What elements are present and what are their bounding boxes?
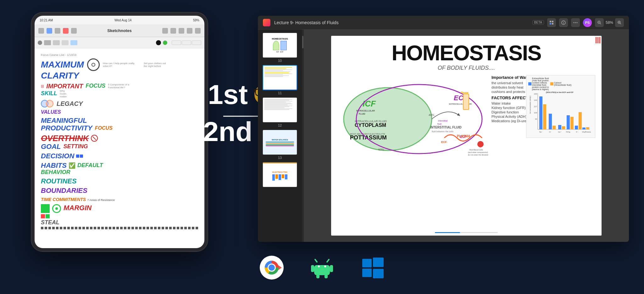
grid-icon[interactable] [47, 28, 52, 34]
scrollbar-thumb[interactable] [302, 36, 303, 48]
word-setting: SETTING [64, 144, 88, 150]
svg-text:Ca²⁺: Ca²⁺ [558, 131, 561, 133]
word-behavior: BEHAVIOR [41, 169, 70, 175]
svg-line-80 [327, 259, 329, 262]
thumb-page-12[interactable]: 12 [260, 97, 299, 127]
svg-rect-57 [567, 115, 570, 129]
tool-highlighter[interactable] [70, 40, 77, 45]
svg-point-8 [573, 22, 574, 23]
sketch-section-7: DECISION [41, 152, 198, 160]
magnify-icon [87, 58, 100, 71]
svg-line-12 [600, 23, 601, 24]
svg-rect-60 [579, 112, 582, 129]
tool-marker[interactable] [53, 40, 60, 45]
legend-cytosol: Cytosol(Intracellular fluid) [550, 77, 572, 90]
user-avatar: PS [583, 18, 592, 27]
svg-text:ICF: ICF [363, 99, 376, 108]
sketch-section-1: MAXIMUM How can I help people really sol… [41, 58, 198, 81]
svg-rect-32 [463, 94, 469, 110]
squares-icon [76, 155, 83, 158]
thumb-content-12 [263, 98, 297, 122]
ipad-toolbar: Sketchnotes [35, 24, 204, 37]
tool-dot-1[interactable] [38, 41, 42, 45]
svg-rect-53 [549, 114, 552, 129]
close-icon[interactable] [187, 28, 192, 34]
svg-text:fluid between the cells: fluid between the cells [432, 130, 453, 133]
svg-text:140: 140 [534, 99, 537, 101]
sketch-section-10: BOUNDARIES [41, 187, 198, 194]
word-time: TIME COMMITMENTS [41, 197, 86, 202]
svg-text:40%: 40% [429, 113, 434, 117]
zoom-out-btn[interactable] [595, 18, 604, 27]
search-icon[interactable] [55, 28, 60, 34]
sidebar-scrollbar[interactable] [302, 30, 304, 242]
venn-diagram [41, 100, 53, 107]
bottom-platform-icons [259, 255, 385, 281]
tool-eraser[interactable] [62, 40, 69, 45]
ipad-mockup: 10:21 AM Wed Aug 14 59% Sketchnotes [31, 13, 208, 251]
pdf-viewer: Lecture 9- Homeostasis of Fluids BETA i [258, 16, 629, 242]
share-icon[interactable] [71, 28, 77, 34]
svg-text:60%: 60% [378, 148, 384, 151]
page-progress-bar [435, 232, 498, 233]
add-icon[interactable] [179, 28, 184, 34]
diagram-area: ICF INTRACELLULAR FLUID INTRACELLULAR FL… [337, 75, 595, 157]
color-green[interactable] [163, 41, 167, 45]
bar-chart-svg: 160 140 117 100 30 [528, 92, 591, 136]
ipad-date: Wed Aug 14 [114, 19, 131, 22]
content-date: Focus Course Live - 1/13/19 [41, 53, 198, 57]
sketch-note-1: How can I help people really solve it? [103, 62, 141, 68]
word-default: DEFAULT [77, 162, 103, 169]
thumb-page-11[interactable]: 11 [260, 65, 299, 95]
svg-rect-5 [552, 23, 553, 24]
svg-rect-4 [550, 23, 551, 24]
pdf-title: Lecture 9- Homeostasis of Fluids [274, 20, 529, 25]
bottom-bars [41, 227, 198, 229]
svg-rect-51 [539, 96, 542, 129]
thumb-page-10[interactable]: HOMEOSTASIS ICF ECF 10 [260, 33, 299, 63]
more-icon[interactable] [195, 28, 201, 34]
size-controls[interactable] [172, 41, 201, 45]
svg-text:[SOLUTES] in the ECF and ICF: [SOLUTES] in the ECF and ICF [546, 92, 574, 93]
pdf-page: HOMEOSTASIS OF BODILY FLUIDS.... ICF INT… [331, 36, 602, 236]
thumb-img-11 [263, 65, 297, 90]
svg-text:do not enter the bloodstream: do not enter the bloodstream [468, 154, 488, 156]
svg-text:Ion concentration (mEq/L): Ion concentration (mEq/L) [529, 95, 531, 114]
word-habits: HABITS [41, 162, 67, 169]
svg-text:Plasma: Plasma [461, 91, 469, 94]
word-overthink: OVERTHINK [41, 134, 89, 143]
bookmark-icon[interactable] [63, 28, 69, 34]
grid-view-btn[interactable] [547, 18, 556, 27]
svg-rect-86 [330, 265, 333, 272]
sketch-section-4: VALUES [41, 109, 198, 115]
thumb-page-14[interactable]: ELECTROLYTES [260, 162, 299, 187]
no-icon [91, 135, 98, 142]
svg-point-82 [324, 265, 326, 267]
svg-rect-61 [582, 128, 586, 129]
back-icon[interactable] [38, 28, 44, 34]
tool-pen[interactable] [44, 40, 51, 45]
svg-rect-89 [362, 269, 372, 277]
page-subtitle: OF BODILY FLUIDS.... [337, 65, 595, 71]
thumb-page-13[interactable]: WATER BALANCE 13 [260, 130, 299, 160]
legend-ecf: Extracellular fluid(note that proteincon… [528, 77, 549, 90]
word-7: 7 Areas of Resistance [87, 199, 115, 202]
color-black[interactable] [156, 40, 161, 45]
sketch-note-3: WhyGoalsmatter [60, 90, 67, 98]
thumbnail-sidebar[interactable]: HOMEOSTASIS ICF ECF 10 [258, 30, 302, 242]
word-goal-setting: GOAL [41, 143, 61, 150]
redo-icon[interactable] [170, 28, 176, 34]
svg-text:INTERSTITIAL FLUID: INTERSTITIAL FLUID [430, 126, 462, 129]
thumb-img-14: ELECTROLYTES [263, 162, 297, 187]
svg-text:160: 160 [534, 93, 537, 95]
info-btn[interactable]: i [559, 18, 568, 27]
undo-icon[interactable] [162, 28, 168, 34]
svg-rect-2 [550, 21, 551, 22]
chart-legend: Extracellular fluid(note that proteincon… [528, 77, 593, 90]
page-num-10: 10 [278, 59, 282, 63]
sketch-note-2: Set your clothes outthe night before [144, 62, 166, 68]
zoom-in-btn[interactable] [615, 18, 624, 27]
svg-text:Na⁺: Na⁺ [539, 131, 542, 133]
svg-point-10 [576, 22, 577, 23]
more-btn[interactable] [571, 18, 580, 27]
